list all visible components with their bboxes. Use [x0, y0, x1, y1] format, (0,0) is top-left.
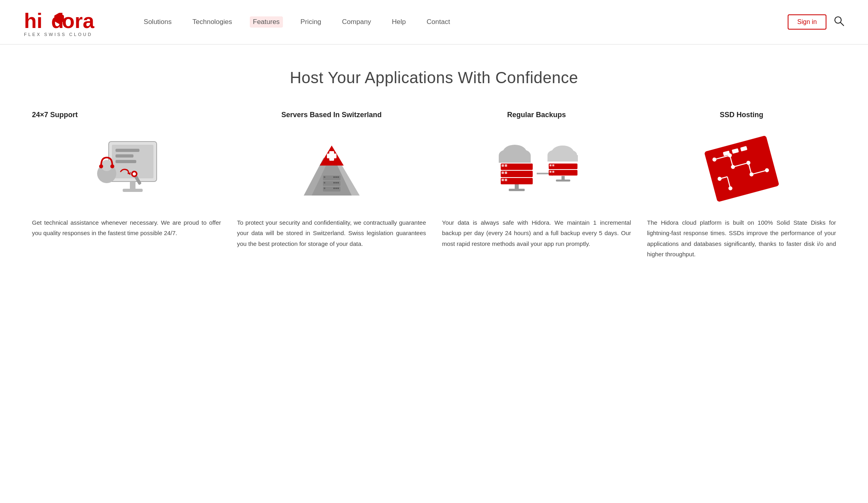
feature-backups-desc: Your data is always safe with Hidora. We… — [442, 218, 631, 249]
svg-point-38 — [333, 182, 335, 184]
svg-rect-35 — [324, 182, 325, 184]
logo-svg: hi d ora — [24, 7, 88, 31]
svg-rect-72 — [556, 180, 570, 182]
svg-rect-50 — [505, 164, 507, 167]
feature-ssd-icon — [647, 130, 836, 206]
svg-rect-14 — [123, 189, 143, 192]
feature-backups: Regular Backups — [442, 111, 631, 259]
svg-rect-53 — [505, 172, 507, 174]
features-grid: 24×7 Support — [32, 111, 836, 259]
svg-rect-40 — [324, 188, 325, 189]
svg-rect-34 — [323, 181, 340, 186]
svg-point-43 — [333, 188, 335, 189]
svg-rect-52 — [502, 172, 504, 174]
svg-point-42 — [335, 188, 337, 189]
svg-rect-12 — [115, 160, 136, 163]
feature-backups-title: Regular Backups — [442, 111, 631, 119]
svg-rect-47 — [499, 156, 531, 163]
main-content: Host Your Applications With Confidence 2… — [0, 45, 868, 283]
feature-servers-desc: To protect your security and confidentia… — [237, 218, 426, 249]
svg-rect-67 — [552, 164, 554, 166]
feature-support-desc: Get technical assistance whenever necess… — [32, 218, 221, 239]
svg-rect-66 — [549, 164, 551, 166]
hero-title: Host Your Applications With Confidence — [32, 69, 836, 87]
logo[interactable]: hi d ora FLEX SWISS CLOUD — [24, 7, 93, 37]
nav-company[interactable]: Company — [339, 16, 374, 28]
svg-line-7 — [840, 22, 844, 26]
svg-point-31 — [337, 176, 339, 178]
svg-rect-13 — [130, 182, 135, 190]
svg-point-17 — [99, 164, 103, 168]
nav-technologies[interactable]: Technologies — [189, 16, 235, 28]
nav-contact[interactable]: Contact — [424, 16, 454, 28]
feature-servers-title: Servers Based In Switzerland — [237, 111, 426, 119]
svg-rect-30 — [324, 176, 325, 178]
feature-ssd-desc: The Hidora cloud platform is built on 10… — [647, 218, 836, 259]
search-button[interactable] — [834, 16, 844, 28]
search-icon — [834, 16, 844, 26]
svg-rect-11 — [115, 154, 133, 158]
feature-support-title: 24×7 Support — [32, 111, 78, 119]
feature-ssd-title: SSD Hosting — [647, 111, 836, 119]
nav-pricing[interactable]: Pricing — [297, 16, 325, 28]
feature-ssd: SSD Hosting — [647, 111, 836, 259]
feature-servers-icon — [237, 130, 426, 206]
svg-text:hi: hi — [24, 9, 42, 32]
feature-servers: Servers Based In Switzerland — [237, 111, 426, 259]
signin-button[interactable]: Sign in — [788, 14, 826, 30]
svg-point-32 — [335, 176, 337, 178]
nav-help[interactable]: Help — [389, 16, 409, 28]
svg-point-33 — [333, 176, 335, 178]
svg-text:ora: ora — [62, 9, 95, 32]
svg-point-18 — [110, 164, 114, 168]
svg-rect-57 — [515, 184, 519, 189]
main-nav: Solutions Technologies Features Pricing … — [141, 16, 788, 28]
svg-rect-10 — [115, 149, 139, 152]
logo-tagline: FLEX SWISS CLOUD — [24, 32, 93, 37]
svg-point-37 — [335, 182, 337, 184]
nav-features[interactable]: Features — [250, 16, 283, 28]
svg-rect-39 — [323, 187, 340, 192]
nav-solutions[interactable]: Solutions — [141, 16, 175, 28]
svg-rect-49 — [502, 164, 504, 167]
svg-rect-29 — [323, 176, 340, 180]
svg-rect-64 — [547, 155, 578, 162]
svg-rect-56 — [505, 179, 507, 181]
feature-support-icon — [32, 130, 221, 206]
svg-rect-28 — [327, 154, 336, 158]
svg-rect-70 — [552, 171, 554, 173]
svg-rect-69 — [549, 171, 551, 173]
feature-backups-icon — [442, 130, 631, 206]
feature-support: 24×7 Support — [32, 111, 221, 259]
svg-rect-58 — [509, 189, 525, 191]
svg-rect-71 — [561, 176, 565, 180]
svg-rect-55 — [502, 179, 504, 181]
site-header: hi d ora FLEX SWISS CLOUD Solutions Tech… — [0, 0, 868, 44]
svg-point-41 — [337, 188, 339, 189]
svg-point-36 — [337, 182, 339, 184]
